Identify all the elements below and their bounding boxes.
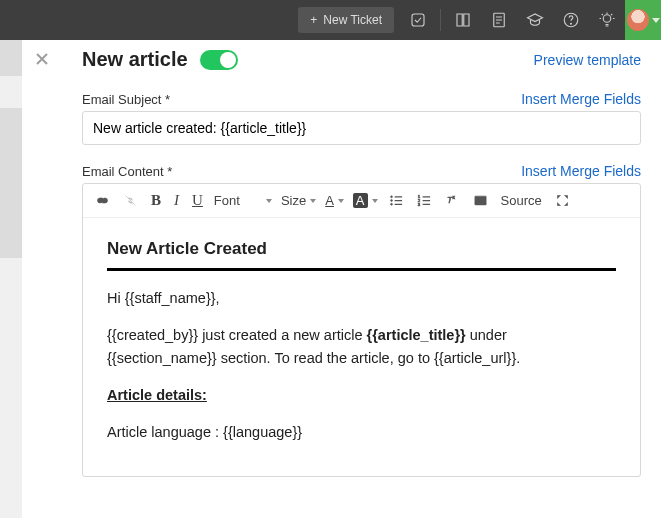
divider (440, 9, 441, 31)
chevron-down-icon (266, 199, 272, 203)
heading-rule (107, 268, 616, 271)
subject-label: Email Subject * (82, 92, 170, 107)
content-label: Email Content * (82, 164, 172, 179)
book-icon[interactable] (445, 0, 481, 40)
new-ticket-label: New Ticket (323, 13, 382, 27)
svg-point-6 (390, 200, 392, 202)
topbar: + New Ticket (0, 0, 661, 40)
editor-toolbar: B I U Font Size A A 123 Tx Source (83, 184, 640, 218)
svg-point-14 (477, 198, 479, 200)
lightbulb-icon[interactable] (589, 0, 625, 40)
svg-rect-0 (412, 14, 424, 26)
rich-text-editor: B I U Font Size A A 123 Tx Source New Ar… (82, 183, 641, 477)
chevron-down-icon (372, 199, 378, 203)
underline-button[interactable]: U (190, 190, 205, 211)
content-merge-link[interactable]: Insert Merge Fields (521, 163, 641, 179)
notes-icon[interactable] (481, 0, 517, 40)
svg-point-5 (390, 196, 392, 198)
background-color-button[interactable]: A (353, 193, 378, 208)
chevron-down-icon (338, 199, 344, 203)
link-icon[interactable] (93, 191, 112, 210)
source-button[interactable]: Source (499, 191, 544, 210)
chevron-down-icon (310, 199, 316, 203)
unlink-icon[interactable] (121, 191, 140, 210)
task-check-icon[interactable] (400, 0, 436, 40)
graduation-icon[interactable] (517, 0, 553, 40)
font-dropdown[interactable]: Font (214, 193, 272, 208)
language-line: Article language : {{language}} (107, 421, 616, 443)
svg-text:x: x (452, 194, 455, 200)
chevron-down-icon (652, 18, 660, 23)
maximize-icon[interactable] (553, 191, 572, 210)
new-ticket-button[interactable]: + New Ticket (298, 7, 394, 33)
enabled-toggle[interactable] (200, 50, 238, 70)
email-subject-input[interactable] (82, 111, 641, 145)
close-icon[interactable] (35, 52, 49, 518)
size-dropdown[interactable]: Size (281, 193, 316, 208)
sidebar-stubs (0, 40, 22, 262)
editor-content[interactable]: New Article Created Hi {{staff_name}}, {… (83, 218, 640, 476)
svg-text:3: 3 (417, 202, 420, 207)
image-icon[interactable] (471, 191, 490, 210)
plus-icon: + (310, 13, 317, 27)
svg-point-4 (603, 15, 611, 23)
subject-merge-link[interactable]: Insert Merge Fields (521, 91, 641, 107)
avatar-icon (627, 9, 649, 31)
text-color-button[interactable]: A (325, 193, 344, 208)
bold-button[interactable]: B (149, 190, 163, 211)
body-heading: New Article Created (107, 236, 616, 262)
bullet-list-icon[interactable] (387, 191, 406, 210)
help-icon[interactable] (553, 0, 589, 40)
page-title: New article (82, 48, 188, 71)
greeting-line: Hi {{staff_name}}, (107, 287, 616, 309)
details-heading: Article details: (107, 387, 207, 403)
svg-point-3 (571, 23, 572, 24)
svg-point-7 (390, 203, 392, 205)
preview-template-link[interactable]: Preview template (534, 52, 641, 68)
number-list-icon[interactable]: 123 (415, 191, 434, 210)
clear-format-icon[interactable]: Tx (443, 191, 462, 210)
body-line-1: {{created_by}} just created a new articl… (107, 324, 616, 369)
italic-button[interactable]: I (172, 190, 181, 211)
user-avatar-menu[interactable] (625, 0, 661, 40)
